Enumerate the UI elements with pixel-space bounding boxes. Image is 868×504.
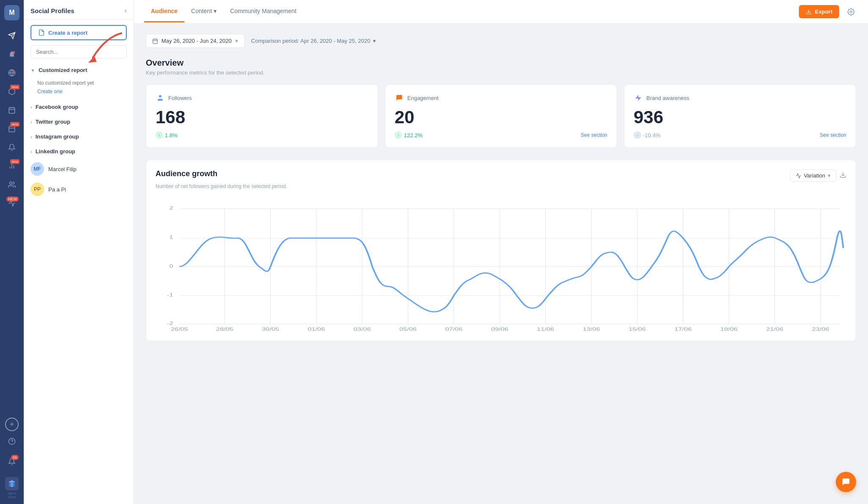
brand-label: Brand awareness <box>646 95 689 101</box>
svg-text:28/05: 28/05 <box>216 326 234 332</box>
svg-text:09/06: 09/06 <box>491 326 509 332</box>
profile-avatar-papi: PP <box>31 183 44 196</box>
svg-text:-1: -1 <box>167 292 173 297</box>
svg-text:0: 0 <box>169 263 173 269</box>
brand-see-section[interactable]: See section <box>820 132 846 138</box>
growth-controls: Variation ▾ <box>790 169 846 182</box>
nav-add-button[interactable]: + <box>5 418 19 431</box>
topbar-actions: Export <box>799 5 858 19</box>
linkedin-group-label: LinkedIn group <box>36 148 75 155</box>
svg-text:03/06: 03/06 <box>353 326 371 332</box>
main-content: Audience Content ▾ Community Management … <box>134 0 868 504</box>
variation-label: Variation <box>804 172 825 179</box>
svg-point-17 <box>10 182 12 184</box>
followers-change-badge: ↑ <box>156 131 163 139</box>
no-report-text: No customized report yet <box>24 77 134 88</box>
settings-button[interactable] <box>844 5 858 19</box>
agora-logo: agorapulse <box>5 477 19 499</box>
svg-text:-2: -2 <box>167 320 173 326</box>
engagement-see-section[interactable]: See section <box>581 132 607 138</box>
instagram-group-chevron: › <box>31 134 32 139</box>
brand-change: → -10.4% <box>634 131 660 139</box>
svg-rect-10 <box>9 126 15 132</box>
sidebar: Social Profiles ‹ Create a report ▼ Cust… <box>24 0 134 504</box>
tab-audience[interactable]: Audience <box>144 1 184 22</box>
nav-notifications-count[interactable]: 56 <box>3 453 20 470</box>
growth-title: Audience growth <box>156 169 217 178</box>
nav-calendar[interactable] <box>3 102 20 119</box>
nav-notifications[interactable] <box>3 139 20 156</box>
engagement-metric-card: Engagement 20 ↑ 122.2% See section <box>385 84 617 148</box>
nav-plane-beta[interactable]: beta <box>3 83 20 100</box>
sidebar-title: Social Profiles <box>31 7 74 14</box>
linkedin-group-item[interactable]: › LinkedIn group <box>24 144 134 159</box>
sidebar-header: Social Profiles ‹ <box>24 0 134 20</box>
followers-metric-card: Followers 168 ↑ 1.8% <box>146 84 378 148</box>
followers-icon <box>156 93 165 102</box>
customized-report-section[interactable]: ▼ Customized report <box>24 64 134 77</box>
nav-calendar-beta[interactable]: beta <box>3 120 20 137</box>
followers-header: Followers <box>156 93 368 102</box>
sidebar-collapse-button[interactable]: ‹ <box>125 7 127 14</box>
nav-stats-new[interactable]: NEW <box>3 195 20 212</box>
engagement-footer: ↑ 122.2% See section <box>395 131 607 139</box>
content-tab-arrow: ▾ <box>214 8 217 14</box>
comparison-period[interactable]: Comparison period: Apr 26, 2020 - May 25… <box>251 38 376 44</box>
profile-item-papi[interactable]: PP Pa a Pi <box>24 179 134 199</box>
profile-name-papi: Pa a Pi <box>48 186 66 193</box>
profile-avatar-marcel: MF <box>31 162 44 176</box>
nav-chart-beta[interactable]: beta <box>3 158 20 174</box>
growth-subtitle: Number of net followers gained during th… <box>156 183 846 189</box>
svg-point-22 <box>850 11 852 13</box>
new-badge: NEW <box>6 197 19 202</box>
create-one-link[interactable]: Create one <box>24 88 134 100</box>
sidebar-search-input[interactable] <box>31 45 127 58</box>
export-label: Export <box>815 8 832 15</box>
variation-arrow: ▾ <box>828 172 831 179</box>
svg-text:30/05: 30/05 <box>262 326 279 332</box>
engagement-header: Engagement <box>395 93 607 102</box>
metrics-grid: Followers 168 ↑ 1.8% <box>146 84 856 148</box>
svg-text:2: 2 <box>169 205 173 210</box>
svg-rect-23 <box>153 39 158 44</box>
variation-select[interactable]: Variation ▾ <box>790 169 836 182</box>
nav-paper-plane[interactable] <box>3 27 20 44</box>
svg-text:05/06: 05/06 <box>399 326 417 332</box>
customized-report-label: Customized report <box>39 67 87 73</box>
brand-footer: → -10.4% See section <box>634 131 846 139</box>
followers-label: Followers <box>168 95 192 101</box>
customized-report-chevron: ▼ <box>31 68 35 73</box>
nav-help[interactable] <box>3 433 20 450</box>
tab-content[interactable]: Content ▾ <box>184 1 223 22</box>
overview-title: Overview <box>146 58 856 68</box>
create-report-button[interactable]: Create a report <box>31 25 127 40</box>
instagram-group-item[interactable]: › Instagram group <box>24 129 134 144</box>
brand-value: 936 <box>634 108 846 127</box>
date-picker-arrow: ▾ <box>235 38 238 44</box>
brand-awareness-metric-card: Brand awareness 936 → -10.4% See section <box>624 84 856 148</box>
engagement-change-badge: ↑ <box>395 131 402 139</box>
twitter-group-label: Twitter group <box>36 119 70 125</box>
svg-text:23/06: 23/06 <box>812 326 829 332</box>
nav-bell-dot[interactable] <box>3 46 20 63</box>
followers-change: ↑ 1.8% <box>156 131 178 139</box>
chart-download-button[interactable] <box>840 172 846 180</box>
brand-icon <box>634 93 643 102</box>
beta-badge3: beta <box>10 159 19 164</box>
export-button[interactable]: Export <box>799 5 839 18</box>
nav-globe[interactable] <box>3 64 20 81</box>
nav-people[interactable] <box>3 176 20 193</box>
user-avatar[interactable]: M <box>4 5 19 20</box>
twitter-group-chevron: › <box>31 119 32 125</box>
chat-button[interactable] <box>836 472 856 492</box>
facebook-group-item[interactable]: › Facebook group <box>24 100 134 114</box>
profile-item-marcel[interactable]: MF Marcel Filip <box>24 159 134 179</box>
twitter-group-item[interactable]: › Twitter group <box>24 114 134 129</box>
tab-community[interactable]: Community Management <box>223 1 303 22</box>
svg-text:01/06: 01/06 <box>308 326 325 332</box>
left-nav: M beta <box>0 0 24 504</box>
date-range-picker[interactable]: May 26, 2020 - Jun 24, 2020 ▾ <box>146 34 245 48</box>
engagement-icon <box>395 93 404 102</box>
nav-tabs: Audience Content ▾ Community Management <box>144 1 799 22</box>
facebook-group-chevron: › <box>31 105 32 110</box>
